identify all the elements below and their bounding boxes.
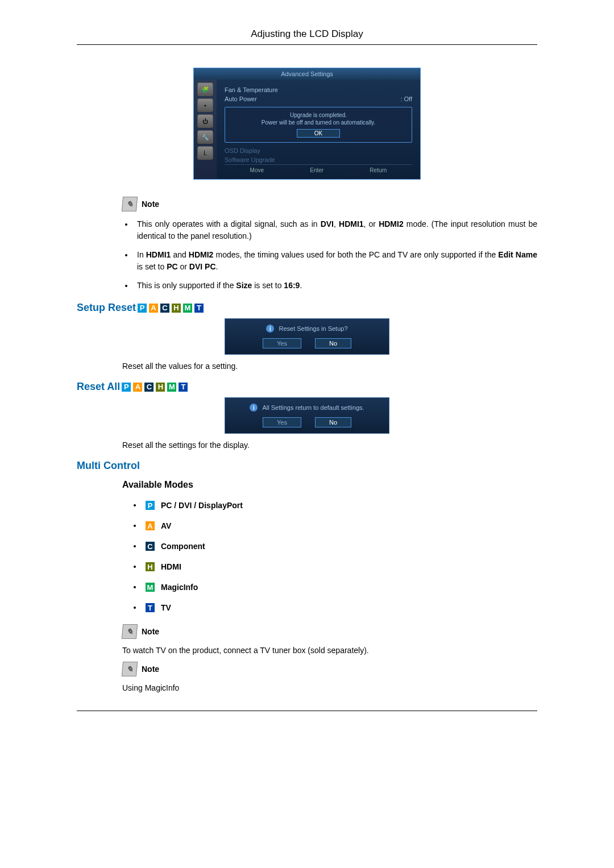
badge-t-icon: T (178, 382, 188, 392)
osd-popup-line1: Upgrade is completed. (232, 112, 405, 118)
reset-all-description: Reset all the settings for the display. (122, 441, 537, 450)
osd-advanced-settings: Advanced Settings 🧩 ▪ ⏻ 🔧 L Fan & Temper… (77, 68, 537, 180)
osd-side-icon: ⏻ (197, 114, 213, 128)
osd-ok-button[interactable]: OK (297, 129, 340, 138)
badge-c-icon: C (144, 382, 154, 392)
note-text: To watch TV on the product, connect a TV… (122, 646, 537, 655)
note-bullet: This only operates with a digital signal… (134, 218, 537, 242)
osd-popup: Upgrade is completed. Power will be off … (225, 107, 412, 143)
mode-item-component: C Component (134, 541, 537, 551)
footer-rule (77, 711, 537, 711)
osd-side-icon: L (197, 146, 213, 160)
note-bullet: In HDMI1 and HDMI2 modes, the timing val… (134, 249, 537, 273)
badge-c-icon: C (160, 303, 170, 313)
badge-a-icon: A (148, 303, 159, 313)
badge-m-icon: M (182, 303, 193, 313)
badge-h-icon: H (145, 562, 155, 572)
osd-osd-display: OSD Display (225, 147, 412, 154)
osd-popup-line2: Power will be off and turned on automati… (232, 119, 405, 126)
reset-all-yes-button[interactable]: Yes (263, 417, 301, 427)
osd-footer-enter: Enter (310, 167, 323, 173)
reset-all-dialog: i All Settings return to default setting… (225, 397, 389, 434)
badge-a-icon: A (132, 382, 143, 392)
badge-p-icon: P (137, 303, 147, 313)
setup-reset-message: Reset Settings in Setup? (279, 325, 347, 332)
osd-software-upgrade: Software Upgrade (225, 156, 412, 163)
badge-p-icon: P (145, 500, 155, 510)
osd-side-icon: ▪ (197, 98, 213, 112)
badge-h-icon: H (171, 303, 181, 313)
note-icon: ✎ (122, 662, 138, 676)
setup-reset-heading: Setup Reset P A C H M T (77, 302, 537, 314)
reset-all-heading: Reset All P A C H M T (77, 381, 537, 393)
setup-reset-description: Reset all the values for a setting. (122, 362, 537, 371)
setup-reset-yes-button[interactable]: Yes (263, 338, 301, 348)
note-label: Note (142, 627, 159, 636)
mode-item-tv: T TV (134, 603, 537, 613)
reset-all-no-button[interactable]: No (315, 417, 351, 427)
osd-auto-power-value: : Off (400, 95, 412, 102)
badge-t-icon: T (194, 303, 204, 313)
osd-title: Advanced Settings (194, 68, 420, 80)
mode-item-pc: P PC / DVI / DisplayPort (134, 500, 537, 510)
badge-m-icon: M (145, 582, 155, 592)
badge-m-icon: M (167, 382, 177, 392)
badge-h-icon: H (155, 382, 165, 392)
note-text: Using MagicInfo (122, 683, 537, 692)
multi-control-heading: Multi Control (77, 460, 537, 472)
badge-p-icon: P (121, 382, 131, 392)
note-icon: ✎ (122, 197, 138, 211)
osd-auto-power-label: Auto Power (225, 95, 400, 102)
available-modes-heading: Available Modes (122, 480, 537, 490)
osd-side-icon: 🧩 (197, 82, 213, 96)
mode-item-hdmi: H HDMI (134, 562, 537, 572)
osd-footer-move: Move (250, 167, 264, 173)
badge-c-icon: C (145, 541, 155, 551)
note-bullet: This is only supported if the Size is se… (134, 280, 537, 292)
note-icon: ✎ (122, 624, 138, 639)
info-icon: i (250, 404, 258, 412)
osd-fan-temp: Fan & Temperature (225, 86, 412, 93)
note-label: Note (142, 200, 159, 209)
badge-a-icon: A (145, 521, 155, 531)
reset-all-message: All Settings return to default settings. (262, 404, 364, 411)
setup-reset-no-button[interactable]: No (315, 338, 351, 348)
osd-side-icon: 🔧 (197, 130, 213, 144)
mode-item-av: A AV (134, 521, 537, 531)
note-label: Note (142, 665, 159, 674)
setup-reset-dialog: i Reset Settings in Setup? Yes No (225, 318, 389, 355)
page-title: Adjusting the LCD Display (77, 28, 537, 45)
mode-item-magicinfo: M MagicInfo (134, 582, 537, 592)
osd-footer-return: Return (370, 167, 387, 173)
info-icon: i (266, 325, 274, 333)
badge-t-icon: T (145, 603, 155, 613)
